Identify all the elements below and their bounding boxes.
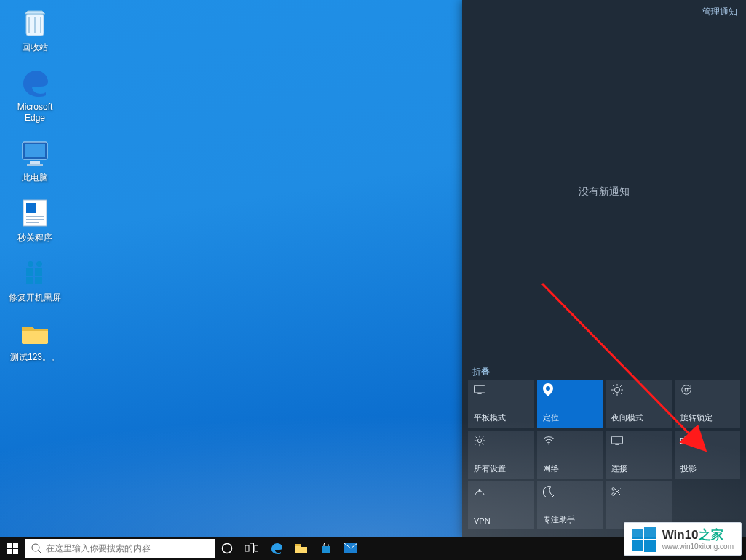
svg-line-23 [613, 385, 614, 387]
taskbar-mail-button[interactable] [338, 537, 363, 560]
taskbar-explorer-button[interactable] [289, 537, 314, 560]
svg-rect-3 [30, 161, 40, 164]
svg-rect-50 [632, 529, 643, 539]
this-pc-icon[interactable]: 此电脑 [7, 136, 63, 183]
quick-action-tablet[interactable]: 平板模式 [468, 380, 534, 428]
svg-point-15 [36, 261, 42, 267]
icon-label: 秒关程序 [17, 233, 52, 243]
svg-rect-40 [7, 549, 12, 554]
manage-notifications-link[interactable]: 管理通知 [702, 6, 737, 18]
svg-rect-9 [26, 222, 39, 223]
start-button[interactable] [0, 537, 25, 560]
svg-rect-4 [27, 164, 43, 166]
gear-icon [474, 435, 485, 447]
task-view-button[interactable] [239, 537, 264, 560]
svg-rect-10 [26, 268, 33, 276]
quick-action-focus[interactable]: 专注助手 [537, 481, 603, 529]
svg-rect-17 [477, 393, 481, 394]
collapse-link[interactable]: 折叠 [472, 366, 490, 378]
svg-point-18 [614, 387, 619, 392]
svg-line-25 [613, 393, 614, 394]
quick-action-settings[interactable]: 所有设置 [468, 431, 534, 479]
quick-action-label: 网络 [543, 463, 598, 474]
svg-line-24 [620, 393, 622, 394]
svg-rect-48 [295, 544, 301, 546]
svg-rect-41 [13, 549, 18, 554]
svg-line-26 [620, 385, 622, 387]
quick-action-label: 专注助手 [543, 514, 598, 525]
quick-action-network[interactable]: 网络 [537, 431, 603, 479]
svg-rect-8 [26, 219, 44, 220]
search-placeholder: 在这里输入你要搜索的内容 [46, 543, 151, 555]
icon-label: 测试123。。 [10, 352, 60, 362]
quick-action-location[interactable]: 定位 [537, 380, 603, 428]
brightness-icon [611, 384, 623, 396]
svg-rect-51 [644, 527, 656, 539]
svg-rect-31 [615, 444, 619, 445]
connect-icon [611, 435, 623, 447]
svg-rect-11 [35, 268, 42, 276]
recycle-bin-icon[interactable]: 回收站 [7, 6, 63, 52]
svg-point-44 [223, 544, 232, 553]
quick-action-night[interactable]: 夜间模式 [606, 380, 672, 428]
edge-icon[interactable]: Microsoft Edge [7, 65, 63, 123]
svg-line-43 [39, 551, 41, 553]
svg-rect-16 [474, 385, 485, 393]
svg-rect-32 [680, 438, 688, 443]
quick-action-label: 所有设置 [474, 463, 528, 474]
svg-point-28 [477, 439, 481, 442]
taskbar-edge-button[interactable] [264, 537, 289, 560]
icon-label: 回收站 [22, 42, 48, 52]
icon-label: 修复开机黑屏 [9, 292, 61, 303]
quick-action-label: 旋转锁定 [680, 412, 735, 423]
tablet-icon [474, 384, 485, 396]
svg-rect-6 [26, 203, 36, 213]
svg-rect-53 [644, 540, 656, 552]
quick-action-label: 定位 [543, 412, 598, 423]
quick-action-project[interactable]: 投影 [675, 431, 741, 479]
cortana-button[interactable] [215, 537, 239, 560]
rotation-icon [680, 384, 692, 396]
svg-rect-33 [685, 437, 692, 442]
test-folder-icon[interactable]: 测试123。。 [7, 316, 63, 362]
taskbar-store-button[interactable] [314, 537, 338, 560]
quick-action-label: 平板模式 [474, 412, 528, 423]
svg-point-34 [479, 489, 481, 492]
svg-point-14 [28, 261, 33, 267]
svg-point-29 [548, 444, 549, 445]
repair-boot-icon[interactable]: 修复开机黑屏 [7, 256, 63, 303]
svg-rect-38 [7, 543, 12, 548]
svg-rect-2 [25, 144, 45, 157]
project-icon [680, 435, 692, 447]
svg-point-42 [32, 544, 39, 551]
vpn-icon [474, 486, 485, 497]
action-center-panel: 管理通知 没有新通知 折叠 平板模式 定位 夜间模式 旋转锁定 所有设置 [462, 0, 746, 537]
svg-rect-7 [26, 216, 44, 217]
wifi-icon [543, 435, 555, 447]
location-icon [543, 384, 555, 396]
quick-action-rotation-lock[interactable]: 旋转锁定 [675, 380, 741, 428]
quick-action-label: 投影 [680, 463, 735, 474]
icon-label: Microsoft Edge [17, 102, 53, 123]
shutdown-app-icon[interactable]: 秒关程序 [7, 196, 63, 243]
watermark: Win10之家 www.win10xitong.com [624, 522, 742, 556]
desktop[interactable]: 回收站 Microsoft Edge 此电脑 [0, 0, 746, 560]
svg-rect-52 [632, 540, 643, 551]
quick-action-label: VPN [474, 516, 528, 525]
svg-rect-47 [255, 545, 258, 551]
search-icon [31, 543, 41, 553]
quick-action-vpn[interactable]: VPN [468, 481, 534, 529]
svg-rect-13 [35, 277, 42, 284]
desktop-icons: 回收站 Microsoft Edge 此电脑 [7, 6, 63, 363]
watermark-title: Win10之家 [662, 528, 734, 543]
icon-label: 此电脑 [22, 172, 48, 183]
svg-rect-39 [13, 543, 18, 548]
search-box[interactable]: 在这里输入你要搜索的内容 [25, 539, 215, 558]
watermark-url: www.win10xitong.com [662, 543, 734, 551]
watermark-logo-icon [632, 527, 656, 552]
quick-action-connect[interactable]: 连接 [606, 431, 672, 479]
quick-actions-grid: 平板模式 定位 夜间模式 旋转锁定 所有设置 网络 [468, 380, 740, 529]
svg-rect-12 [26, 277, 33, 284]
moon-icon [543, 486, 555, 497]
svg-rect-46 [250, 543, 254, 553]
